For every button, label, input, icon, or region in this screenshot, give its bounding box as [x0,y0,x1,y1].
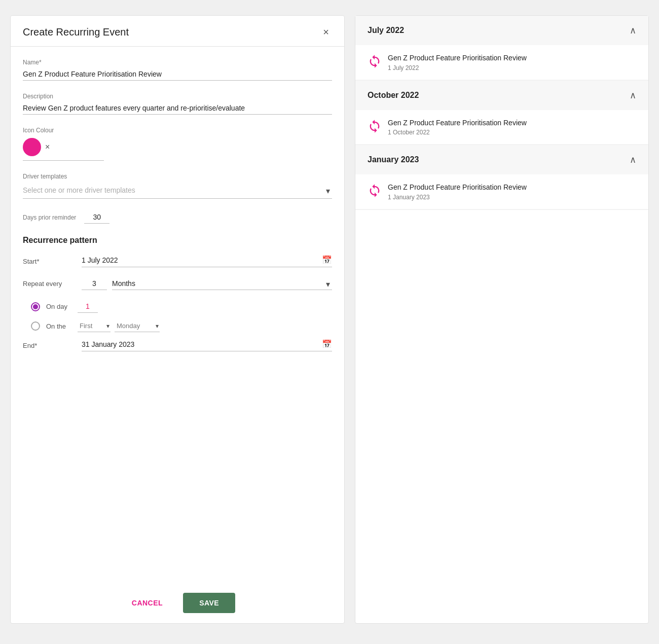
driver-templates-select-wrapper: Select one or more driver templates [23,182,332,199]
colour-remove-button[interactable]: × [45,142,50,152]
repeat-number-input[interactable] [82,277,107,290]
description-label: Description [23,93,332,100]
on-the-day-select[interactable]: Monday Tuesday Wednesday Thursday Friday… [115,320,160,332]
end-calendar-icon[interactable]: 📅 [322,339,332,349]
recurring-event-icon [368,54,382,68]
end-date-input[interactable] [82,340,318,348]
start-calendar-icon[interactable]: 📅 [322,255,332,265]
chevron-up-icon-october2022: ∧ [630,90,636,101]
timeline-group-title-july2022: July 2022 [368,26,404,35]
name-input[interactable] [23,68,332,81]
recurring-event-icon-oct [368,119,382,133]
dialog-footer: CANCEL SAVE [11,583,344,623]
driver-templates-select[interactable]: Select one or more driver templates [23,182,332,199]
repeat-unit-select-wrapper: Months Days Weeks Years [112,277,332,290]
on-the-selects: First Second Third Fourth Last Monday Tu… [78,320,160,332]
on-the-first-select[interactable]: First Second Third Fourth Last [78,320,111,332]
timeline-panel: July 2022 ∧ Gen Z Product Feature Priori… [355,15,649,624]
on-the-label: On the [46,323,71,330]
description-field-group: Description [23,93,332,115]
icon-colour-label: Icon Colour [23,127,332,134]
timeline-group-october2022: October 2022 ∧ Gen Z Product Feature Pri… [355,81,648,146]
timeline-group-header-october2022[interactable]: October 2022 ∧ [355,81,648,110]
timeline-group-title-october2022: October 2022 [368,91,419,100]
timeline-group-january2023: January 2023 ∧ Gen Z Product Feature Pri… [355,145,648,210]
cancel-button[interactable]: CANCEL [120,593,175,613]
recurrence-title: Recurrence pattern [23,236,332,245]
recurrence-section: Recurrence pattern Start* 📅 Repeat every [23,236,332,351]
start-row: Start* 📅 [23,255,332,267]
repeat-label: Repeat every [23,280,74,288]
dialog-header: Create Recurring Event × [11,16,344,47]
end-label: End* [23,342,74,349]
event-name-october2022-1: Gen Z Product Feature Prioritisation Rev… [388,118,636,128]
start-label: Start* [23,258,74,265]
recurring-event-icon-jan [368,184,382,198]
on-day-label: On day [46,303,71,310]
colour-circle[interactable] [23,138,41,156]
driver-templates-section: Driver templates Select one or more driv… [23,173,332,199]
start-date-wrapper: 📅 [82,255,332,267]
timeline-event-january2023-1: Gen Z Product Feature Prioritisation Rev… [355,174,648,209]
on-the-first-wrapper: First Second Third Fourth Last [78,320,111,332]
save-button[interactable]: SAVE [183,593,235,613]
event-date-january2023-1: 1 January 2023 [388,194,636,201]
event-name-july2022-1: Gen Z Product Feature Prioritisation Rev… [388,53,636,63]
on-the-day-wrapper: Monday Tuesday Wednesday Thursday Friday… [115,320,160,332]
days-reminder-row: Days prior reminder [23,211,332,224]
repeat-unit-select[interactable]: Months Days Weeks Years [112,277,332,290]
page-wrapper: Create Recurring Event × Name* Descripti… [10,10,649,624]
chevron-up-icon-july2022: ∧ [630,25,636,36]
timeline-group-header-july2022[interactable]: July 2022 ∧ [355,16,648,45]
timeline-group-july2022: July 2022 ∧ Gen Z Product Feature Priori… [355,16,648,81]
timeline-event-october2022-1: Gen Z Product Feature Prioritisation Rev… [355,110,648,145]
event-date-october2022-1: 1 October 2022 [388,129,636,136]
on-day-radio[interactable] [31,302,40,311]
timeline-event-july2022-1: Gen Z Product Feature Prioritisation Rev… [355,45,648,80]
icon-colour-section: Icon Colour × [23,127,332,161]
on-day-row: On day [31,300,332,313]
close-button[interactable]: × [320,26,332,38]
event-details-july2022-1: Gen Z Product Feature Prioritisation Rev… [388,53,636,71]
description-input[interactable] [23,102,332,115]
repeat-row: Repeat every Months Days Weeks Years [23,277,332,290]
name-label: Name* [23,59,332,66]
timeline-group-title-january2023: January 2023 [368,155,419,164]
end-row: End* 📅 [23,339,332,351]
dialog-title: Create Recurring Event [23,26,129,38]
end-date-wrapper: 📅 [82,339,332,351]
dialog-body: Name* Description Icon Colour × Driver t… [11,47,344,583]
event-details-january2023-1: Gen Z Product Feature Prioritisation Rev… [388,183,636,201]
on-day-input[interactable] [78,300,98,313]
driver-templates-label: Driver templates [23,173,332,180]
event-name-january2023-1: Gen Z Product Feature Prioritisation Rev… [388,183,636,193]
name-field-group: Name* [23,59,332,81]
days-prior-input[interactable] [84,211,109,224]
repeat-every-group: Months Days Weeks Years [82,277,332,290]
event-date-july2022-1: 1 July 2022 [388,64,636,71]
colour-picker-row: × [23,138,104,161]
create-recurring-event-dialog: Create Recurring Event × Name* Descripti… [10,15,345,624]
days-prior-label: Days prior reminder [23,214,76,221]
chevron-up-icon-january2023: ∧ [630,154,636,165]
on-the-row: On the First Second Third Fourth Last [31,320,332,332]
on-the-radio[interactable] [31,321,40,331]
start-date-input[interactable] [82,256,318,264]
event-details-october2022-1: Gen Z Product Feature Prioritisation Rev… [388,118,636,136]
timeline-group-header-january2023[interactable]: January 2023 ∧ [355,145,648,174]
